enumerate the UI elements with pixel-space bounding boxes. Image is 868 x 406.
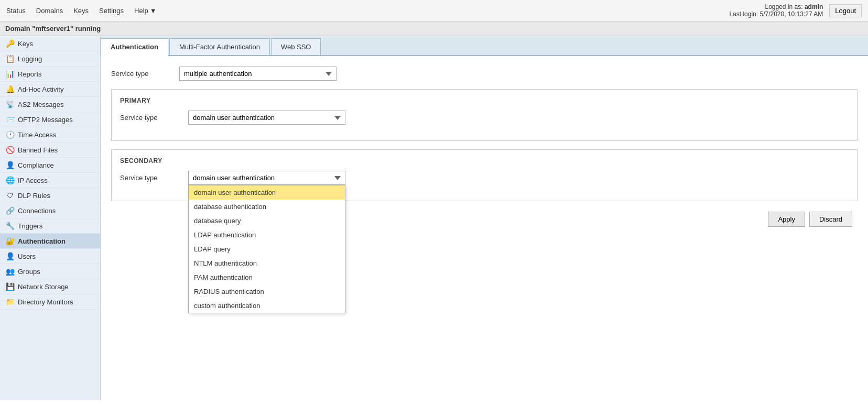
- secondary-dropdown-list: domain user authentication database auth…: [188, 185, 345, 313]
- dropdown-option-domain-user[interactable]: domain user authentication: [189, 185, 345, 200]
- content-area: Authentication Multi-Factor Authenticati…: [101, 36, 868, 400]
- tab-authentication[interactable]: Authentication: [101, 38, 168, 56]
- secondary-section-title: SECONDARY: [120, 157, 849, 164]
- tabs-bar: Authentication Multi-Factor Authenticati…: [101, 36, 868, 56]
- as2-icon: 📡: [5, 100, 15, 108]
- sidebar-label-reports: Reports: [18, 70, 42, 78]
- sidebar-item-directorymonitors[interactable]: 📁 Directory Monitors: [0, 294, 100, 310]
- primary-service-type-label: Service type: [120, 114, 188, 122]
- logged-in-label: Logged in as: admin: [729, 3, 823, 10]
- networkstorage-icon: 💾: [5, 282, 15, 291]
- sidebar-item-as2[interactable]: 📡 AS2 Messages: [0, 97, 100, 112]
- sidebar-item-groups[interactable]: 👥 Groups: [0, 264, 100, 279]
- sidebar-label-timeaccess: Time Access: [18, 131, 56, 139]
- adhoc-icon: 🔔: [5, 85, 15, 93]
- nav-status[interactable]: Status: [6, 7, 26, 15]
- primary-section: PRIMARY Service type domain user authent…: [111, 89, 858, 141]
- dropdown-option-database-query[interactable]: database query: [189, 214, 345, 228]
- discard-button[interactable]: Discard: [809, 212, 852, 227]
- logging-icon: 📋: [5, 54, 15, 63]
- apply-button[interactable]: Apply: [768, 212, 805, 227]
- sidebar-item-compliance[interactable]: 👤 Compliance: [0, 158, 100, 173]
- sidebar-item-oftp2[interactable]: 📨 OFTP2 Messages: [0, 112, 100, 127]
- ipaccess-icon: 🌐: [5, 176, 15, 184]
- reports-icon: 📊: [5, 70, 15, 78]
- sidebar-label-users: Users: [18, 253, 36, 260]
- sidebar-item-logging[interactable]: 📋 Logging: [0, 51, 100, 67]
- sidebar-item-triggers[interactable]: 🔧 Triggers: [0, 218, 100, 234]
- username: admin: [805, 3, 823, 10]
- sidebar-item-keys[interactable]: 🔑 Keys: [0, 36, 100, 51]
- logout-button[interactable]: Logout: [829, 4, 862, 17]
- tab-content-authentication: Service type multiple authenticationsing…: [101, 56, 868, 237]
- secondary-dropdown-container: domain user authenticationdatabase authe…: [188, 171, 345, 185]
- secondary-service-type-select[interactable]: domain user authenticationdatabase authe…: [188, 171, 345, 185]
- timeaccess-icon: 🕐: [5, 130, 15, 139]
- tab-websso[interactable]: Web SSO: [271, 38, 321, 55]
- tab-multifactor[interactable]: Multi-Factor Authentication: [169, 38, 270, 55]
- users-icon: 👤: [5, 252, 15, 260]
- last-login: Last login: 5/7/2020, 10:13:27 AM: [729, 10, 823, 18]
- sidebar-item-authentication[interactable]: 🔐 Authentication: [0, 234, 100, 249]
- sidebar-item-timeaccess[interactable]: 🕐 Time Access: [0, 127, 100, 142]
- dropdown-option-ntlm-auth[interactable]: NTLM authentication: [189, 256, 345, 270]
- dropdown-option-database-auth[interactable]: database authentication: [189, 200, 345, 214]
- user-info-area: Logged in as: admin Last login: 5/7/2020…: [729, 3, 862, 18]
- sidebar-item-users[interactable]: 👤 Users: [0, 249, 100, 264]
- domain-banner: Domain "mftserver1" running: [0, 21, 868, 36]
- sidebar-item-connections[interactable]: 🔗 Connections: [0, 203, 100, 218]
- help-chevron-icon: ▼: [150, 7, 157, 15]
- primary-service-type-dropdown-container: domain user authenticationdatabase authe…: [188, 111, 345, 125]
- primary-service-type-select[interactable]: domain user authenticationdatabase authe…: [188, 111, 345, 125]
- service-type-dropdown-container: multiple authenticationsingle authentica…: [179, 67, 337, 81]
- compliance-icon: 👤: [5, 161, 15, 169]
- dropdown-option-custom-auth[interactable]: custom authentication: [189, 299, 345, 313]
- nav-keys[interactable]: Keys: [73, 7, 89, 15]
- nav-links: Status Domains Keys Settings Help ▼: [6, 7, 157, 15]
- nav-settings[interactable]: Settings: [99, 7, 124, 15]
- primary-section-title: PRIMARY: [120, 97, 849, 104]
- dropdown-option-ldap-auth[interactable]: LDAP authentication: [189, 228, 345, 242]
- user-info: Logged in as: admin Last login: 5/7/2020…: [729, 3, 823, 18]
- authentication-icon: 🔐: [5, 237, 15, 245]
- dropdown-option-ldap-query[interactable]: LDAP query: [189, 242, 345, 256]
- sidebar-label-dlprules: DLP Rules: [18, 192, 50, 200]
- sidebar-label-triggers: Triggers: [18, 222, 42, 230]
- oftp2-icon: 📨: [5, 115, 15, 124]
- dlprules-icon: 🛡: [5, 191, 15, 200]
- triggers-icon: 🔧: [5, 222, 15, 230]
- dropdown-option-radius-auth[interactable]: RADIUS authentication: [189, 284, 345, 299]
- dropdown-option-pam-auth[interactable]: PAM authentication: [189, 270, 345, 284]
- sidebar-item-ipaccess[interactable]: 🌐 IP Access: [0, 173, 100, 188]
- service-type-select[interactable]: multiple authenticationsingle authentica…: [179, 67, 337, 81]
- secondary-section: SECONDARY Service type domain user authe…: [111, 149, 858, 201]
- sidebar-item-adhoc[interactable]: 🔔 Ad-Hoc Activity: [0, 82, 100, 97]
- service-type-label: Service type: [111, 70, 179, 78]
- sidebar: 🔑 Keys 📋 Logging 📊 Reports 🔔 Ad-Hoc Acti…: [0, 36, 101, 400]
- nav-help[interactable]: Help: [134, 7, 148, 15]
- sidebar-item-networkstorage[interactable]: 💾 Network Storage: [0, 279, 100, 294]
- sidebar-label-groups: Groups: [18, 268, 40, 276]
- sidebar-label-connections: Connections: [18, 207, 56, 215]
- sidebar-item-reports[interactable]: 📊 Reports: [0, 67, 100, 82]
- sidebar-label-compliance: Compliance: [18, 161, 54, 169]
- service-type-row: Service type multiple authenticationsing…: [111, 67, 858, 81]
- keys-icon: 🔑: [5, 39, 15, 48]
- sidebar-label-bannedfiles: Banned Files: [18, 146, 58, 154]
- sidebar-label-oftp2: OFTP2 Messages: [18, 116, 73, 124]
- bannedfiles-icon: 🚫: [5, 146, 15, 154]
- nav-domains[interactable]: Domains: [36, 7, 63, 15]
- sidebar-label-authentication: Authentication: [18, 237, 66, 245]
- secondary-service-type-label: Service type: [120, 174, 188, 182]
- sidebar-label-adhoc: Ad-Hoc Activity: [18, 85, 63, 93]
- primary-service-type-row: Service type domain user authenticationd…: [120, 111, 849, 125]
- groups-icon: 👥: [5, 267, 15, 276]
- sidebar-label-logging: Logging: [18, 55, 42, 63]
- directorymonitors-icon: 📁: [5, 298, 15, 306]
- top-navigation: Status Domains Keys Settings Help ▼ Logg…: [0, 0, 868, 21]
- sidebar-label-networkstorage: Network Storage: [18, 283, 69, 291]
- sidebar-item-bannedfiles[interactable]: 🚫 Banned Files: [0, 142, 100, 158]
- connections-icon: 🔗: [5, 206, 15, 215]
- sidebar-item-dlprules[interactable]: 🛡 DLP Rules: [0, 188, 100, 203]
- sidebar-label-directorymonitors: Directory Monitors: [18, 298, 73, 306]
